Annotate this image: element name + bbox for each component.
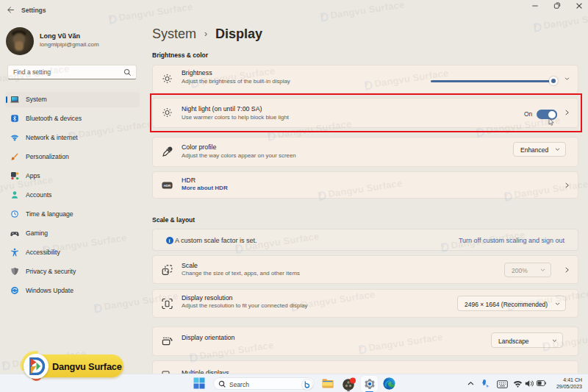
svg-text:HDR: HDR — [164, 184, 171, 188]
